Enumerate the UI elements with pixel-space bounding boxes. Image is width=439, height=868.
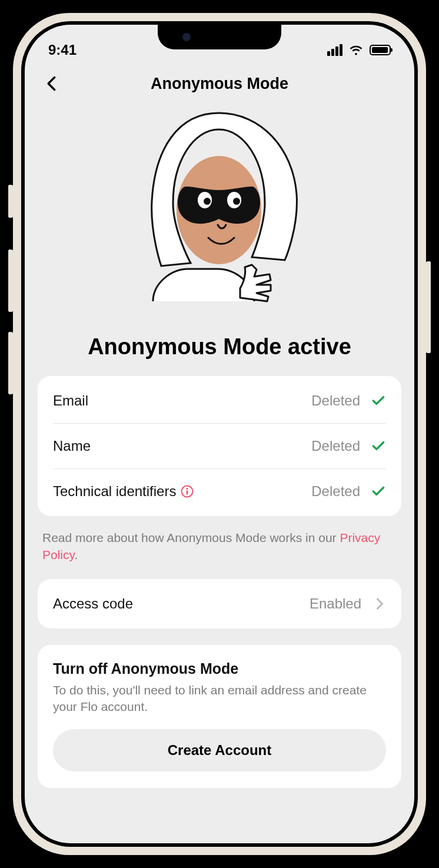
phone-frame: 9:41 — [13, 13, 426, 855]
row-access-code[interactable]: Access code Enabled — [53, 581, 386, 626]
wifi-icon — [348, 44, 364, 56]
cellular-icon — [327, 44, 342, 56]
status-time: 9:41 — [48, 42, 77, 58]
turn-off-title: Turn off Anonymous Mode — [53, 660, 386, 677]
chevron-left-icon — [44, 75, 60, 92]
row-tech-ids: Technical identifiers Deleted — [53, 469, 386, 514]
hero-illustration — [38, 102, 401, 321]
access-code-card: Access code Enabled — [38, 579, 401, 628]
privacy-footnote: Read more about how Anonymous Mode works… — [38, 516, 401, 579]
side-button-volume-dn — [7, 331, 13, 395]
battery-icon — [370, 45, 391, 55]
side-button-power — [426, 260, 432, 354]
main-title: Anonymous Mode active — [38, 321, 401, 376]
row-tech-ids-value: Deleted — [311, 483, 360, 500]
turn-off-card: Turn off Anonymous Mode To do this, you'… — [38, 645, 401, 789]
check-icon — [371, 438, 386, 454]
row-access-code-label: Access code — [53, 596, 133, 612]
row-email-label: Email — [53, 393, 88, 409]
check-icon — [371, 393, 386, 408]
check-icon — [371, 484, 386, 499]
svg-point-6 — [187, 488, 188, 490]
page-title: Anonymous Mode — [25, 75, 414, 93]
status-card: Email Deleted Name Deleted — [38, 376, 401, 516]
row-tech-ids-label: Technical identifiers — [53, 483, 194, 500]
info-icon[interactable] — [181, 485, 194, 498]
svg-point-3 — [204, 198, 211, 205]
row-email-value: Deleted — [311, 393, 360, 409]
row-name-label: Name — [53, 438, 91, 454]
side-button-silent — [7, 184, 13, 219]
row-name-value: Deleted — [311, 438, 360, 454]
row-name: Name Deleted — [53, 424, 386, 469]
row-email: Email Deleted — [53, 378, 386, 424]
row-access-code-value: Enabled — [310, 596, 361, 612]
notch — [158, 25, 281, 49]
screen: 9:41 — [25, 25, 414, 843]
back-button[interactable] — [40, 72, 64, 95]
chevron-right-icon — [373, 597, 386, 610]
turn-off-subtitle: To do this, you'll need to link an email… — [53, 682, 386, 716]
phone-bezel: 9:41 — [21, 21, 418, 847]
side-button-volume-up — [7, 248, 13, 313]
create-account-button[interactable]: Create Account — [53, 729, 386, 771]
svg-rect-7 — [187, 490, 188, 495]
nav-bar: Anonymous Mode — [25, 66, 414, 102]
svg-point-4 — [233, 198, 240, 205]
